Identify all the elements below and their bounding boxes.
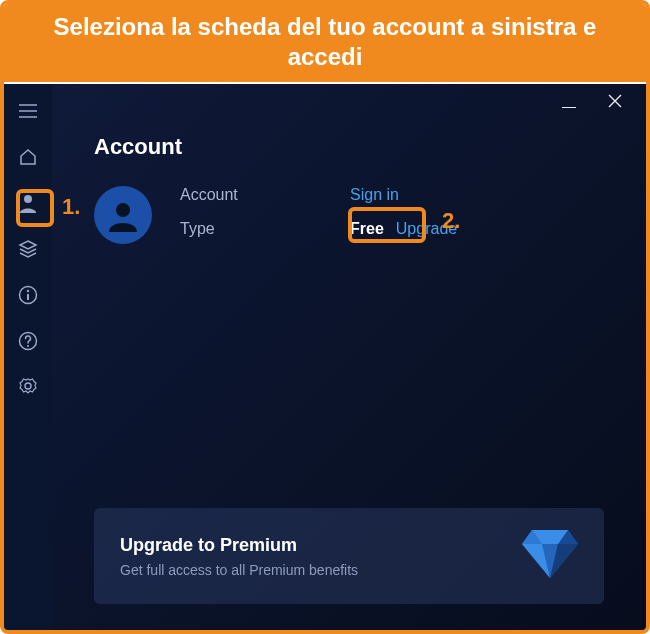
diamond-icon: [522, 530, 578, 582]
type-label: Type: [180, 220, 310, 238]
type-value: Free: [350, 220, 384, 238]
home-icon: [18, 147, 38, 167]
sidebar-menu-button[interactable]: [17, 100, 39, 122]
info-icon: [18, 285, 38, 305]
promo-subtitle: Get full access to all Premium benefits: [120, 562, 358, 578]
svg-point-2: [27, 290, 29, 292]
instruction-text: Seleziona la scheda del tuo account a si…: [54, 13, 597, 70]
minimize-icon: [562, 107, 576, 108]
close-button[interactable]: [606, 94, 624, 112]
promo-title: Upgrade to Premium: [120, 535, 358, 556]
svg-point-7: [116, 203, 130, 217]
signin-link[interactable]: Sign in: [350, 186, 399, 204]
sidebar-layers-button[interactable]: [17, 238, 39, 260]
sidebar-help-button[interactable]: [17, 330, 39, 352]
layers-icon: [18, 239, 38, 259]
instruction-banner: Seleziona la scheda del tuo account a si…: [4, 4, 646, 82]
svg-point-6: [25, 383, 31, 389]
minimize-button[interactable]: [560, 94, 578, 112]
close-icon: [608, 94, 622, 108]
gear-icon: [18, 377, 38, 397]
window-titlebar: [560, 84, 646, 122]
svg-rect-3: [27, 294, 29, 300]
main-content: Account Account Sign in Type Free Upgrad…: [52, 84, 646, 630]
svg-point-5: [27, 345, 29, 347]
sidebar-account-button[interactable]: [17, 192, 39, 214]
page-title: Account: [94, 134, 604, 160]
account-info-row: Account Sign in Type Free Upgrade: [94, 186, 604, 244]
upgrade-link[interactable]: Upgrade: [396, 220, 457, 238]
upgrade-promo-card[interactable]: Upgrade to Premium Get full access to al…: [94, 508, 604, 604]
svg-point-0: [24, 195, 32, 203]
promo-text-block: Upgrade to Premium Get full access to al…: [120, 535, 358, 578]
account-info-grid: Account Sign in Type Free Upgrade: [180, 186, 457, 238]
sidebar-home-button[interactable]: [17, 146, 39, 168]
app-window: Account Account Sign in Type Free Upgrad…: [4, 84, 646, 630]
person-icon: [19, 193, 37, 213]
avatar: [94, 186, 152, 244]
account-label: Account: [180, 186, 310, 204]
sidebar-settings-button[interactable]: [17, 376, 39, 398]
sidebar: [4, 84, 52, 630]
sidebar-info-button[interactable]: [17, 284, 39, 306]
help-icon: [18, 331, 38, 351]
avatar-person-icon: [104, 196, 142, 234]
menu-icon: [19, 104, 37, 118]
